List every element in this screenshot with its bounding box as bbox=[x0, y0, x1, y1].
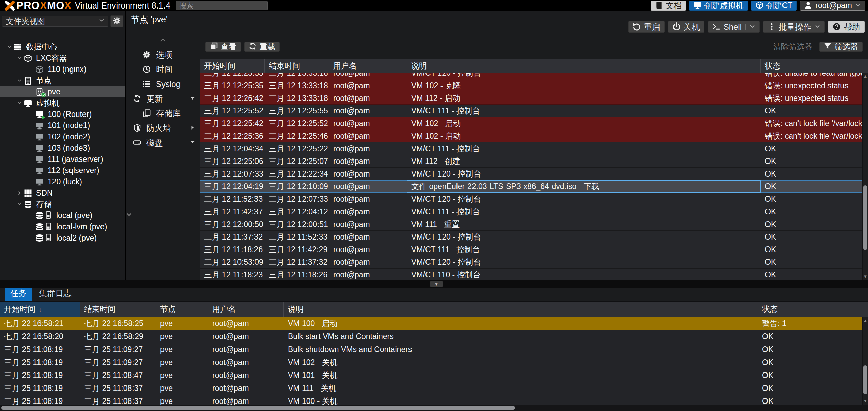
task-row[interactable]: 三月 12 12:25:33三月 12 13:33:18root@pamVM/C… bbox=[200, 73, 868, 79]
chevron-down-icon[interactable] bbox=[15, 101, 24, 106]
splitter-collapse-button[interactable]: ▼ bbox=[430, 281, 443, 287]
task-row[interactable]: 三月 12 11:52:33三月 12 12:07:33root@pamVM/C… bbox=[200, 193, 868, 206]
chevron-down-icon[interactable] bbox=[15, 78, 24, 83]
create-ct-button[interactable]: 创建CT bbox=[751, 1, 797, 11]
filter-button[interactable]: 筛选器 bbox=[819, 42, 863, 52]
menu-item[interactable]: 存储库 bbox=[126, 106, 200, 121]
column-header-end[interactable]: 结束时间 bbox=[265, 59, 329, 73]
scroll-up-icon[interactable]: ▲ bbox=[863, 318, 868, 323]
log-row[interactable]: 三月 25 11:08:19三月 25 11:08:37pveroot@pamV… bbox=[0, 382, 868, 395]
task-row[interactable]: 三月 12 11:18:26三月 12 11:42:29root@pamVM/C… bbox=[200, 243, 868, 256]
reload-button[interactable]: 重载 bbox=[244, 42, 280, 52]
task-row[interactable]: 三月 12 12:25:35三月 12 13:33:18root@pamVM 1… bbox=[200, 79, 868, 92]
chevron-down-icon[interactable] bbox=[5, 44, 14, 49]
view-mode-select[interactable]: 文件夹视图 bbox=[2, 16, 108, 27]
tree-item[interactable]: SDN bbox=[0, 187, 125, 199]
column-header-start[interactable]: 开始时间 bbox=[200, 59, 265, 73]
log-row[interactable]: 七月 22 16:58:21七月 22 16:58:25pveroot@pamV… bbox=[0, 317, 868, 330]
shell-button[interactable]: Shell bbox=[708, 21, 760, 33]
column-header-start[interactable]: 开始时间↓ bbox=[0, 302, 80, 317]
task-row[interactable]: 三月 12 11:42:37三月 12 12:04:12root@pamVM/C… bbox=[200, 206, 868, 218]
chevron-down-icon[interactable] bbox=[15, 202, 24, 207]
log-row[interactable]: 三月 25 11:08:19三月 25 11:08:37pveroot@pamV… bbox=[0, 395, 868, 405]
tree-item[interactable]: 100 (Router) bbox=[0, 109, 125, 120]
scroll-down-icon[interactable]: ▼ bbox=[863, 274, 868, 279]
scroll-up-icon[interactable]: ▲ bbox=[863, 74, 868, 79]
menu-item[interactable]: 防火墙 bbox=[126, 121, 200, 135]
user-menu-button[interactable]: root@pam bbox=[800, 1, 865, 11]
task-row[interactable]: 三月 12 12:25:52三月 12 12:25:55root@pamVM/C… bbox=[200, 105, 868, 117]
column-header-status[interactable]: 状态 bbox=[761, 59, 868, 73]
task-row[interactable]: 三月 12 12:04:34三月 12 12:25:22root@pamVM/C… bbox=[200, 142, 868, 155]
tree-item[interactable]: local2 (pve) bbox=[0, 232, 125, 244]
task-row[interactable]: 三月 12 12:25:36三月 12 12:25:46root@pamVM 1… bbox=[200, 130, 868, 142]
column-header-node[interactable]: 节点 bbox=[156, 302, 208, 317]
task-row[interactable]: 三月 12 12:25:06三月 12 12:25:07root@pamVM 1… bbox=[200, 155, 868, 168]
tree-item[interactable]: local-lvm (pve) bbox=[0, 221, 125, 232]
task-row[interactable]: 三月 12 12:00:50三月 12 12:00:51root@pamVM 1… bbox=[200, 218, 868, 231]
tree-item[interactable]: local (pve) bbox=[0, 210, 125, 221]
tree-item[interactable]: 111 (javaserver) bbox=[0, 154, 125, 165]
menu-scroll-up-icon[interactable] bbox=[126, 36, 200, 44]
task-cell-end: 三月 12 12:25:22 bbox=[265, 142, 329, 155]
tree-item[interactable]: 存储 bbox=[0, 199, 125, 210]
task-row[interactable]: 三月 12 12:04:19三月 12 12:10:09root@pam文件 o… bbox=[200, 180, 868, 193]
chevron-down-icon[interactable] bbox=[15, 56, 24, 61]
bottom-table-scrollbar[interactable]: ▲ ▼ bbox=[862, 317, 868, 405]
task-row[interactable]: 三月 12 12:25:42三月 12 12:25:52root@pamVM 1… bbox=[200, 117, 868, 130]
view-task-button[interactable]: 查看 bbox=[205, 42, 241, 52]
sidebar-settings-button[interactable] bbox=[110, 15, 123, 27]
log-row[interactable]: 三月 25 11:08:19三月 25 11:09:27pveroot@pamV… bbox=[0, 356, 868, 369]
column-header-user[interactable]: 用户名 bbox=[208, 302, 284, 317]
column-header-user[interactable]: 用户名 bbox=[329, 59, 407, 73]
tab-cluster-log[interactable]: 集群日志 bbox=[33, 286, 77, 301]
column-header-end[interactable]: 结束时间 bbox=[80, 302, 156, 317]
search-input[interactable] bbox=[176, 1, 268, 10]
column-header-description[interactable]: 说明 bbox=[284, 302, 758, 317]
column-header-description[interactable]: 说明 bbox=[407, 59, 761, 73]
menu-item[interactable]: Syslog bbox=[126, 77, 200, 91]
panel-splitter[interactable]: ▼ bbox=[0, 280, 868, 288]
tree-item[interactable]: 节点 bbox=[0, 75, 125, 86]
storage-gauge-icon bbox=[45, 223, 52, 231]
tree-item[interactable]: 101 (node1) bbox=[0, 120, 125, 131]
tree-item[interactable]: 虚拟机 bbox=[0, 97, 125, 109]
tab-tasks[interactable]: 任务 bbox=[5, 286, 32, 301]
task-cell-desc: VM 112 - 创建 bbox=[407, 155, 761, 167]
tree-item[interactable]: pve bbox=[0, 86, 125, 97]
menu-item[interactable]: 磁盘 bbox=[126, 135, 200, 150]
column-header-status[interactable]: 状态 bbox=[758, 302, 868, 317]
scrollbar-thumb[interactable] bbox=[863, 185, 867, 250]
task-row[interactable]: 三月 12 11:37:32三月 12 11:52:33root@pamVM/C… bbox=[200, 231, 868, 243]
log-row[interactable]: 三月 25 11:08:19三月 25 11:08:47pveroot@pamV… bbox=[0, 369, 868, 382]
scrollbar-thumb[interactable] bbox=[1, 406, 515, 410]
tree-item[interactable]: 数据中心 bbox=[0, 41, 125, 52]
menu-item[interactable]: 选项 bbox=[126, 47, 200, 62]
task-row[interactable]: 三月 12 10:53:09三月 12 11:37:32root@pamVM/C… bbox=[200, 256, 868, 269]
scroll-down-icon[interactable]: ▼ bbox=[863, 399, 868, 404]
create-vm-button[interactable]: 创建虚拟机 bbox=[689, 1, 748, 11]
bulk-actions-button[interactable]: 批量操作 bbox=[763, 21, 825, 33]
log-row[interactable]: 七月 22 16:58:20七月 22 16:58:29pveroot@pamB… bbox=[0, 330, 868, 343]
menu-item[interactable]: 更新 bbox=[126, 91, 200, 106]
help-button[interactable]: 帮助 bbox=[828, 21, 865, 33]
menu-scroll-down-icon[interactable] bbox=[126, 154, 200, 277]
menu-item[interactable]: 时间 bbox=[126, 62, 200, 77]
tree-item[interactable]: 102 (node2) bbox=[0, 131, 125, 142]
chevron-right-icon[interactable] bbox=[15, 191, 24, 196]
restart-button[interactable]: 重启 bbox=[628, 21, 665, 33]
tree-item[interactable]: 110 (nginx) bbox=[0, 64, 125, 75]
tree-item[interactable]: 103 (node3) bbox=[0, 142, 125, 154]
scrollbar-thumb[interactable] bbox=[863, 365, 867, 394]
task-table-scrollbar[interactable]: ▲ ▼ bbox=[862, 73, 868, 280]
tree-item[interactable]: 112 (sqlserver) bbox=[0, 165, 125, 176]
tree-item[interactable]: 120 (luck) bbox=[0, 176, 125, 187]
task-row[interactable]: 三月 12 12:07:33三月 12 12:22:34root@pamVM/C… bbox=[200, 168, 868, 180]
documentation-button[interactable]: 文档 bbox=[651, 1, 686, 11]
tree-item[interactable]: LXC容器 bbox=[0, 52, 125, 64]
log-row[interactable]: 三月 25 11:08:19三月 25 11:09:27pveroot@pamB… bbox=[0, 343, 868, 356]
task-row[interactable]: 三月 12 11:18:23三月 12 11:18:26root@pamVM/C… bbox=[200, 269, 868, 280]
shutdown-button[interactable]: 关机 bbox=[668, 21, 704, 33]
horizontal-scrollbar[interactable] bbox=[0, 405, 868, 411]
task-row[interactable]: 三月 12 12:26:42三月 12 13:33:18root@pamVM 1… bbox=[200, 92, 868, 105]
